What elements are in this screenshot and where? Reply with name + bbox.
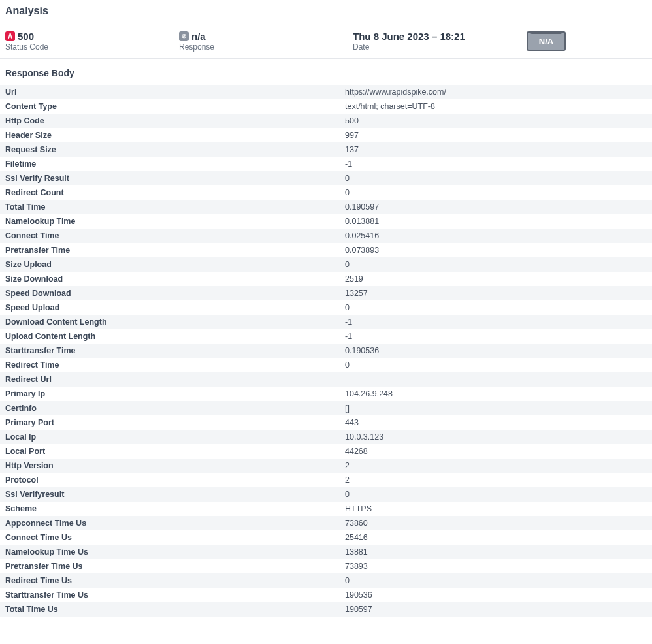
table-key: Size Download xyxy=(0,272,340,286)
table-key: Ssl Verifyresult xyxy=(0,487,340,502)
table-row: Connect Time0.025416 xyxy=(0,229,652,243)
table-value: 13881 xyxy=(340,545,652,559)
summary-response-label: Response xyxy=(179,42,348,52)
table-key: Namelookup Time Us xyxy=(0,545,340,559)
table-value: 2 xyxy=(340,459,652,473)
table-row: Starttransfer Time0.190536 xyxy=(0,344,652,358)
table-key: Http Version xyxy=(0,459,340,473)
summary-row: A 500 Status Code ⎚ n/a Response Thu 8 J… xyxy=(0,24,652,59)
table-row: Appconnect Time Us73860 xyxy=(0,516,652,530)
table-row: Http Version2 xyxy=(0,459,652,473)
table-value: 73893 xyxy=(340,559,652,573)
table-key: Request Size xyxy=(0,142,340,157)
table-value: 0 xyxy=(340,171,652,185)
table-key: Redirect Url xyxy=(0,372,340,387)
table-key: Total Time xyxy=(0,200,340,214)
summary-date-value: Thu 8 June 2023 – 18:21 xyxy=(353,31,465,42)
table-value: 0.013881 xyxy=(340,214,652,229)
table-key: Speed Upload xyxy=(0,300,340,315)
summary-status-code: A 500 Status Code xyxy=(0,31,174,52)
table-row: Primary Ip104.26.9.248 xyxy=(0,387,652,401)
table-value: text/html; charset=UTF-8 xyxy=(340,99,652,114)
table-row: SchemeHTTPS xyxy=(0,502,652,516)
table-value: 0.190597 xyxy=(340,200,652,214)
table-value: 13257 xyxy=(340,286,652,300)
table-value: 104.26.9.248 xyxy=(340,387,652,401)
table-value: 2519 xyxy=(340,272,652,286)
table-key: Redirect Count xyxy=(0,185,340,200)
table-row: Ssl Verify Result0 xyxy=(0,171,652,185)
table-value: 0.073893 xyxy=(340,243,652,257)
table-key: Local Port xyxy=(0,444,340,459)
response-body-table: Urlhttps://www.rapidspike.com/Content Ty… xyxy=(0,85,652,617)
table-row: Starttransfer Time Us190536 xyxy=(0,588,652,602)
table-row: Filetime-1 xyxy=(0,157,652,171)
table-row: Connect Time Us25416 xyxy=(0,530,652,545)
table-row: Pretransfer Time Us73893 xyxy=(0,559,652,573)
table-key: Certinfo xyxy=(0,401,340,415)
table-key: Size Upload xyxy=(0,257,340,272)
table-value: 0 xyxy=(340,300,652,315)
table-value: 44268 xyxy=(340,444,652,459)
summary-date-label: Date xyxy=(353,42,521,52)
table-row: Redirect Time Us0 xyxy=(0,573,652,588)
table-key: Appconnect Time Us xyxy=(0,516,340,530)
table-key: Url xyxy=(0,85,340,99)
table-value: HTTPS xyxy=(340,502,652,516)
response-icon: ⎚ xyxy=(179,31,189,41)
table-key: Primary Port xyxy=(0,415,340,430)
table-key: Scheme xyxy=(0,502,340,516)
table-row: Redirect Time0 xyxy=(0,358,652,372)
table-key: Namelookup Time xyxy=(0,214,340,229)
table-key: Download Content Length xyxy=(0,315,340,329)
table-key: Header Size xyxy=(0,128,340,142)
table-row: Size Download2519 xyxy=(0,272,652,286)
table-row: Upload Content Length-1 xyxy=(0,329,652,344)
table-row: Pretransfer Time0.073893 xyxy=(0,243,652,257)
table-row: Size Upload0 xyxy=(0,257,652,272)
table-value: 0.025416 xyxy=(340,229,652,243)
table-value: 0 xyxy=(340,487,652,502)
summary-date: Thu 8 June 2023 – 18:21 Date xyxy=(348,31,521,52)
table-key: Redirect Time Us xyxy=(0,573,340,588)
table-value: 0.190536 xyxy=(340,344,652,358)
table-row: Download Content Length-1 xyxy=(0,315,652,329)
alert-icon: A xyxy=(5,31,15,41)
summary-status-code-label: Status Code xyxy=(5,42,174,52)
table-key: Protocol xyxy=(0,473,340,487)
table-row: Http Code500 xyxy=(0,114,652,128)
response-body-heading: Response Body xyxy=(0,59,652,85)
table-key: Redirect Time xyxy=(0,358,340,372)
summary-status-code-value: 500 xyxy=(18,31,34,42)
monitor-icon: N/A xyxy=(527,31,566,51)
table-key: Primary Ip xyxy=(0,387,340,401)
table-value: 190536 xyxy=(340,588,652,602)
table-row: Speed Download13257 xyxy=(0,286,652,300)
table-row: Namelookup Time0.013881 xyxy=(0,214,652,229)
table-row: Header Size997 xyxy=(0,128,652,142)
table-row: Certinfo[] xyxy=(0,401,652,415)
table-key: Ssl Verify Result xyxy=(0,171,340,185)
table-key: Starttransfer Time xyxy=(0,344,340,358)
table-key: Http Code xyxy=(0,114,340,128)
table-key: Pretransfer Time Us xyxy=(0,559,340,573)
table-value: 0 xyxy=(340,573,652,588)
table-value xyxy=(340,372,652,387)
table-key: Upload Content Length xyxy=(0,329,340,344)
table-row: Ssl Verifyresult0 xyxy=(0,487,652,502)
table-row: Total Time0.190597 xyxy=(0,200,652,214)
table-key: Content Type xyxy=(0,99,340,114)
table-key: Speed Download xyxy=(0,286,340,300)
table-value: 73860 xyxy=(340,516,652,530)
table-value: 500 xyxy=(340,114,652,128)
table-key: Local Ip xyxy=(0,430,340,444)
table-value: -1 xyxy=(340,157,652,171)
table-value: 137 xyxy=(340,142,652,157)
table-value: 190597 xyxy=(340,602,652,617)
table-value: 997 xyxy=(340,128,652,142)
summary-na: N/A xyxy=(521,31,652,52)
table-value: 10.0.3.123 xyxy=(340,430,652,444)
table-value: 0 xyxy=(340,358,652,372)
table-key: Connect Time Us xyxy=(0,530,340,545)
table-row: Total Time Us190597 xyxy=(0,602,652,617)
